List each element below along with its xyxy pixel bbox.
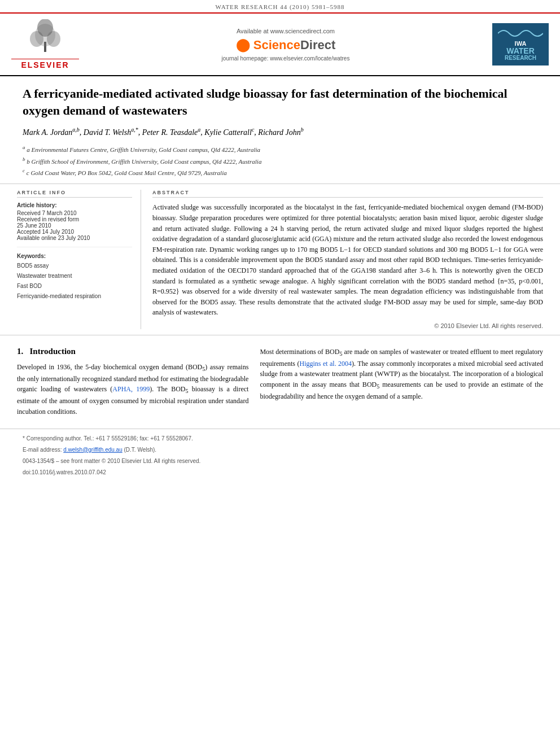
affil-sup-4: c xyxy=(252,126,254,133)
intro-right-text: Most determinations of BOD5 are made on … xyxy=(260,347,543,402)
water-label: WATER xyxy=(495,47,546,55)
keywords-block: Keywords: BOD5 assay Wastewater treatmen… xyxy=(17,253,132,302)
author-welsh: David T. Welsh xyxy=(84,128,131,137)
elsevier-logo: ELSEVIER xyxy=(11,19,79,69)
right-column: Most determinations of BOD5 are made on … xyxy=(260,347,543,417)
author-catterall: Kylie Catterall xyxy=(204,128,252,137)
author-john: Richard John xyxy=(258,128,300,137)
copyright-notice: © 2010 Elsevier Ltd. All rights reserved… xyxy=(152,322,543,329)
keywords-label: Keywords: xyxy=(17,253,132,259)
rights-line: 0043-1354/$ – see front matter © 2010 El… xyxy=(23,456,537,466)
intro-title: 1. Introduction xyxy=(17,347,248,356)
affil-sup-3: a xyxy=(198,126,200,133)
header-section: ELSEVIER Available at www.sciencedirect.… xyxy=(0,14,560,76)
sd-brand: Science xyxy=(253,38,300,52)
affil-3: c Gold Coast Water, PO Box 5042, Gold Co… xyxy=(27,169,227,176)
authors: Mark A. Jordana,b, David T. Welsha,*, Pe… xyxy=(23,125,537,139)
elsevier-tree-icon xyxy=(20,19,71,53)
sciencedirect-logo: ⬤ ScienceDirect xyxy=(79,38,492,53)
doi-line: doi:10.1016/j.watres.2010.07.042 xyxy=(23,468,537,477)
keyword-4: Ferricyanide-mediated respiration xyxy=(17,291,132,302)
abstract-section: ABSTRACT Activated sludge was successful… xyxy=(152,190,543,329)
history-label: Article history: xyxy=(17,202,132,208)
article-info: ARTICLE INFO Article history: Received 7… xyxy=(17,190,141,329)
svg-point-4 xyxy=(37,19,53,37)
center-logos: Available at www.sciencedirect.com ⬤ Sci… xyxy=(79,28,492,62)
affil-sup-5: b xyxy=(301,126,304,133)
abstract-text: Activated sludge was successfully incorp… xyxy=(152,202,543,318)
received-revised-label: Received in revised form xyxy=(17,216,132,222)
email-note: E-mail address: d.welsh@griffith.edu.au … xyxy=(23,445,537,455)
author-jordan: Mark A. Jordan xyxy=(23,128,72,137)
intro-heading: Introduction xyxy=(30,347,76,356)
affil-sup-1: a,b xyxy=(72,126,80,133)
history-block: Article history: Received 7 March 2010 R… xyxy=(17,202,132,247)
abstract-heading: ABSTRACT xyxy=(152,190,543,198)
email-person: (D.T. Welsh). xyxy=(124,447,157,453)
paper-title: A ferricyanide-mediated activated sludge… xyxy=(23,85,537,119)
article-info-abstract: ARTICLE INFO Article history: Received 7… xyxy=(0,184,560,335)
affiliations: a a Environmental Futures Centre, Griffi… xyxy=(23,143,537,178)
title-section: A ferricyanide-mediated activated sludge… xyxy=(0,76,560,184)
journal-citation: WATER RESEARCH 44 (2010) 5981–5988 xyxy=(216,3,345,10)
affil-1: a Environmental Futures Centre, Griffith… xyxy=(27,146,260,153)
journal-homepage: journal homepage: www.elsevier.com/locat… xyxy=(79,55,492,62)
citation-higgins: Higgins et al. 2004 xyxy=(299,360,352,368)
email-label: E-mail address: xyxy=(23,447,62,453)
received-date: Received 7 March 2010 xyxy=(17,210,132,216)
available-text: Available at www.sciencedirect.com xyxy=(79,28,492,34)
intro-left-text: Developed in 1936, the 5-day biochemical… xyxy=(17,362,248,417)
keyword-1: BOD5 assay xyxy=(17,261,132,271)
journal-bar: WATER RESEARCH 44 (2010) 5981–5988 xyxy=(0,0,560,14)
accepted-date: Accepted 14 July 2010 xyxy=(17,229,132,235)
sd-brand-2: Direct xyxy=(300,38,335,52)
main-content: 1. Introduction Developed in 1936, the 5… xyxy=(0,335,560,429)
author-teasdale: Peter R. Teasdale xyxy=(142,128,198,137)
intro-number: 1. xyxy=(17,347,23,356)
keyword-2: Wastewater treatment xyxy=(17,271,132,281)
left-column: 1. Introduction Developed in 1936, the 5… xyxy=(17,347,248,417)
keyword-3: Fast BOD xyxy=(17,281,132,291)
email-link[interactable]: d.welsh@griffith.edu.au xyxy=(63,447,122,453)
water-research-logo: IWA WATER RESEARCH xyxy=(492,23,549,65)
footer-section: * Corresponding author. Tel.: +61 7 5552… xyxy=(0,429,560,483)
available-date: Available online 23 July 2010 xyxy=(17,235,132,241)
article-info-heading: ARTICLE INFO xyxy=(17,190,132,198)
research-label: RESEARCH xyxy=(495,55,546,61)
elsevier-text: ELSEVIER xyxy=(11,59,79,69)
wave-decoration xyxy=(498,28,543,39)
affil-2: b Griffith School of Environment, Griffi… xyxy=(27,158,261,164)
corresponding-author-note: * Corresponding author. Tel.: +61 7 5552… xyxy=(23,434,537,443)
citation-apha: APHA, 1999 xyxy=(112,385,150,393)
received-revised-date: 25 June 2010 xyxy=(17,222,132,229)
affil-sup-2: a,* xyxy=(131,126,138,133)
